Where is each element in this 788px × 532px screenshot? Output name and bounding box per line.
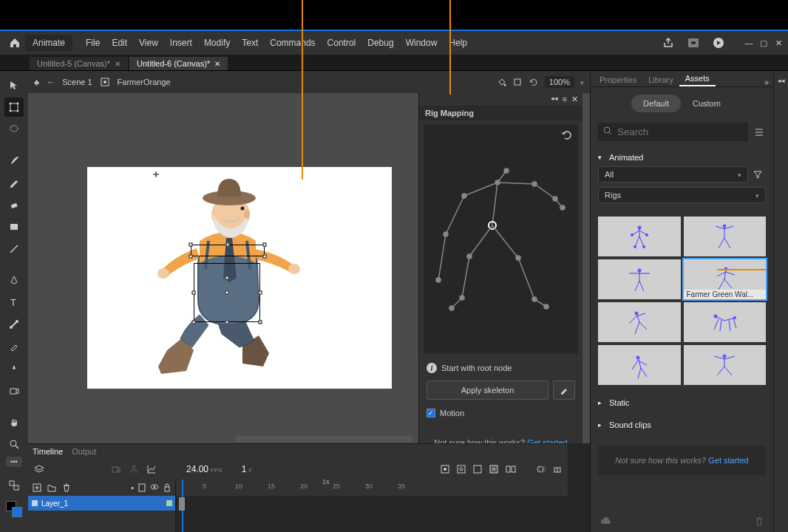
insert-blank-keyframe-icon[interactable] (457, 465, 466, 474)
highlight-icon[interactable]: • (131, 483, 134, 492)
doc-tab-2[interactable]: Untitled-6 (Canvas)* ✕ (129, 57, 228, 70)
line-tool-icon[interactable] (4, 239, 24, 259)
right-dock[interactable]: ◂◂ (773, 71, 788, 532)
assets-mode-default[interactable]: Default (631, 95, 681, 112)
eraser-tool-icon[interactable] (4, 195, 24, 214)
new-folder-icon[interactable] (47, 483, 56, 492)
bone-tool-icon[interactable] (4, 315, 24, 334)
menu-file[interactable]: File (80, 38, 106, 48)
new-layer-icon[interactable] (33, 483, 41, 492)
motion-checkbox[interactable]: ✓ (427, 409, 435, 417)
list-view-icon[interactable] (753, 127, 766, 137)
canvas[interactable] (87, 167, 392, 389)
window-maximize-icon[interactable]: ▢ (758, 38, 769, 48)
section-static[interactable]: Static (598, 394, 766, 412)
window-close-icon[interactable]: ✕ (773, 38, 784, 48)
pin-tool-icon[interactable] (4, 359, 24, 378)
menu-view[interactable]: View (133, 38, 164, 48)
menu-control[interactable]: Control (322, 38, 362, 48)
symbol-tree-icon[interactable]: ♣ (34, 78, 39, 86)
tween-icon[interactable] (506, 465, 516, 474)
scene-label[interactable]: Scene 1 (62, 78, 92, 86)
menu-insert[interactable]: Insert (164, 38, 198, 48)
tab-timeline[interactable]: Timeline (33, 447, 63, 456)
home-icon[interactable] (4, 35, 25, 50)
tab-properties[interactable]: Properties (594, 73, 642, 86)
tab-output[interactable]: Output (72, 447, 96, 456)
share-icon[interactable] (661, 35, 676, 50)
menu-commands[interactable]: Commands (264, 38, 321, 48)
rotate-icon[interactable] (529, 77, 539, 87)
filter-icon[interactable] (753, 169, 766, 180)
zoom-tool-icon[interactable] (4, 434, 24, 454)
timeline-frames[interactable]: 1s 5 10 15 20 25 30 35 (176, 480, 568, 532)
menu-debug[interactable]: Debug (361, 38, 399, 48)
stage[interactable]: ◂◂ ≡ ✕ Rig Mapping (28, 93, 590, 443)
timeline-ruler[interactable]: 1s 5 10 15 20 25 30 35 (176, 480, 568, 496)
rig-help-link[interactable]: Get started (527, 438, 567, 443)
free-transform-tool-icon[interactable] (4, 98, 24, 117)
camera-tool-icon[interactable] (4, 381, 24, 400)
symbol-name[interactable]: FarmerOrange (118, 78, 171, 86)
person-icon[interactable] (129, 464, 139, 474)
lock-icon[interactable] (163, 483, 171, 492)
filter-category-dropdown[interactable]: All (598, 166, 748, 183)
clip-icon[interactable] (512, 77, 523, 87)
rig-thumb-5[interactable] (598, 302, 681, 342)
pencil-tool-icon[interactable] (4, 173, 24, 192)
menu-edit[interactable]: Edit (106, 38, 133, 48)
layers-icon[interactable] (34, 464, 44, 474)
pen-tool-icon[interactable] (4, 270, 24, 290)
section-animated[interactable]: Animated (598, 149, 766, 166)
window-minimize-icon[interactable]: — (744, 38, 754, 48)
rig-thumb-6[interactable] (684, 302, 767, 342)
zoom-dropdown-icon[interactable] (580, 78, 584, 86)
assets-search-input[interactable] (598, 123, 748, 141)
rig-thumb-7[interactable] (598, 345, 681, 385)
lasso-tool-icon[interactable] (4, 120, 24, 139)
section-sound[interactable]: Sound clips (598, 416, 766, 434)
tab-assets[interactable]: Assets (679, 72, 716, 86)
edit-multiple-icon[interactable] (553, 465, 562, 474)
filter-type-dropdown[interactable]: Rigs (598, 187, 766, 203)
tab-library[interactable]: Library (642, 73, 679, 86)
apply-skeleton-button[interactable]: Apply skeleton (427, 381, 548, 400)
menu-window[interactable]: Window (400, 38, 444, 48)
trash-icon[interactable] (754, 516, 764, 526)
insert-keyframe-icon[interactable] (441, 465, 449, 474)
eyedropper-tool-icon[interactable] (4, 337, 24, 356)
stage-scrollbar-h[interactable] (235, 436, 412, 442)
hand-tool-icon[interactable] (4, 412, 24, 432)
zoom-value[interactable]: 100% (545, 76, 574, 88)
assets-help-link[interactable]: Get started (708, 456, 748, 465)
rig-skeleton-view[interactable] (424, 125, 578, 354)
cloud-icon[interactable] (600, 516, 611, 526)
paint-bucket-icon[interactable] (496, 77, 506, 87)
auto-keyframe-icon[interactable] (489, 465, 498, 474)
menu-help[interactable]: Help (443, 38, 473, 48)
expand-dock-icon[interactable]: ◂◂ (778, 77, 785, 84)
fps-value[interactable]: 24.00 (186, 464, 208, 474)
back-icon[interactable]: ← (47, 78, 55, 86)
menu-text[interactable]: Text (236, 38, 264, 48)
doc-tab-1[interactable]: Untitled-5 (Canvas)* ✕ (30, 57, 128, 70)
onion-skin-icon[interactable] (537, 465, 546, 474)
menu-modify[interactable]: Modify (198, 38, 236, 48)
rig-thumb-4-selected[interactable]: Farmer Green Wal... (684, 259, 767, 299)
panel-menu-icon[interactable]: » (764, 78, 769, 86)
rig-thumb-1[interactable] (598, 216, 681, 256)
layer-row[interactable]: Layer_1 (28, 496, 175, 511)
more-tools-icon[interactable]: ••• (6, 457, 22, 467)
swap-symbol-icon[interactable] (4, 476, 24, 495)
close-icon[interactable]: ✕ (214, 60, 220, 68)
close-icon[interactable]: ✕ (115, 60, 120, 68)
camera-icon[interactable] (111, 464, 121, 474)
rig-thumb-3[interactable] (598, 259, 681, 299)
edit-skeleton-button[interactable] (553, 381, 575, 400)
panel-menu-icon[interactable]: ≡ (563, 95, 567, 104)
play-icon[interactable] (711, 35, 726, 50)
insert-frame-icon[interactable] (473, 465, 482, 474)
delete-layer-icon[interactable] (62, 483, 71, 492)
text-tool-icon[interactable]: T (4, 293, 24, 312)
selection-tool-icon[interactable] (4, 75, 24, 95)
